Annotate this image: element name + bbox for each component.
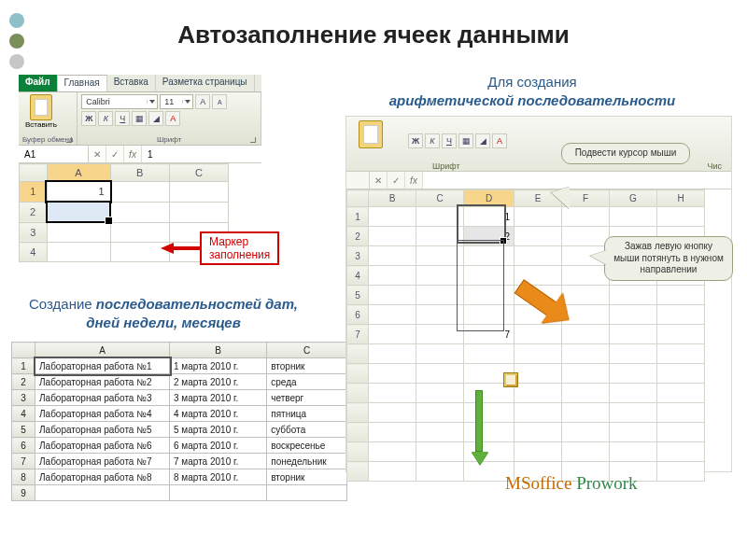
cell[interactable]: [657, 403, 705, 423]
cell[interactable]: пятница: [267, 406, 347, 422]
cell[interactable]: среда: [267, 374, 347, 390]
cell[interactable]: [562, 325, 610, 344]
cell[interactable]: [514, 384, 562, 403]
row-header[interactable]: 3: [20, 222, 48, 243]
row-header[interactable]: [347, 442, 369, 462]
paste-button[interactable]: Вставить: [22, 94, 60, 129]
row-header[interactable]: [347, 462, 369, 482]
cell[interactable]: 5 марта 2010 г.: [170, 422, 267, 438]
cell[interactable]: воскресенье: [267, 438, 347, 454]
cell[interactable]: [170, 485, 267, 501]
cell[interactable]: [416, 403, 464, 423]
autofill-options-icon[interactable]: [503, 372, 518, 387]
cell[interactable]: [369, 462, 416, 482]
cell[interactable]: [562, 266, 610, 286]
font-color-button[interactable]: A: [165, 111, 180, 126]
cell[interactable]: [416, 305, 464, 325]
cell[interactable]: [657, 442, 705, 462]
cell[interactable]: [464, 344, 514, 364]
cell[interactable]: вторник: [267, 358, 347, 374]
cell[interactable]: [610, 286, 657, 305]
cell[interactable]: [416, 384, 464, 403]
row-header[interactable]: 4: [20, 243, 48, 262]
cell[interactable]: [657, 364, 705, 384]
cell[interactable]: [369, 207, 416, 227]
cell[interactable]: [369, 286, 416, 305]
cell[interactable]: [464, 246, 514, 266]
font-name-combo[interactable]: Calibri: [81, 94, 158, 109]
cell-A2[interactable]: [47, 202, 110, 222]
cell[interactable]: [416, 364, 464, 384]
cell[interactable]: [47, 243, 110, 262]
cell[interactable]: [514, 423, 562, 442]
col-header[interactable]: A: [35, 343, 170, 358]
italic-button[interactable]: К: [98, 111, 113, 126]
row-header[interactable]: 3: [12, 390, 35, 406]
cell[interactable]: [610, 325, 657, 344]
formula-input[interactable]: [423, 172, 731, 189]
cell[interactable]: [416, 246, 464, 266]
row-header[interactable]: 6: [347, 305, 369, 325]
row-header[interactable]: [347, 344, 369, 364]
cell[interactable]: Лабораторная работа №4: [35, 406, 170, 422]
cell[interactable]: [657, 344, 705, 364]
name-box[interactable]: A1: [19, 146, 89, 162]
cell[interactable]: Лабораторная работа №2: [35, 374, 170, 390]
cell[interactable]: [657, 286, 705, 305]
cell[interactable]: 2 марта 2010 г.: [170, 374, 267, 390]
cell[interactable]: [416, 286, 464, 305]
row-header[interactable]: 6: [12, 438, 35, 454]
row-header[interactable]: [347, 364, 369, 384]
font-color-button[interactable]: A: [492, 133, 507, 148]
underline-button[interactable]: Ч: [115, 111, 130, 126]
row-header[interactable]: 1: [12, 358, 35, 374]
cell[interactable]: [464, 286, 514, 305]
cell[interactable]: [110, 202, 170, 222]
row-header[interactable]: 2: [20, 202, 48, 222]
cell[interactable]: [514, 344, 562, 364]
cell[interactable]: Лабораторная работа №8: [35, 469, 170, 485]
cell[interactable]: понедельник: [267, 454, 347, 469]
cell[interactable]: [657, 423, 705, 442]
cell[interactable]: Лабораторная работа №7: [35, 454, 170, 469]
cell[interactable]: [416, 423, 464, 442]
dates-table[interactable]: A B C 1Лабораторная работа №11 марта 201…: [11, 342, 347, 501]
cell[interactable]: [610, 403, 657, 423]
col-header[interactable]: H: [657, 190, 705, 207]
cell[interactable]: [562, 403, 610, 423]
cell[interactable]: Лабораторная работа №3: [35, 390, 170, 406]
cell[interactable]: [416, 462, 464, 482]
cell[interactable]: [369, 246, 416, 266]
row-header[interactable]: 2: [347, 227, 369, 246]
cell[interactable]: 1 марта 2010 г.: [170, 358, 267, 374]
cell[interactable]: [416, 227, 464, 246]
cell[interactable]: 4 марта 2010 г.: [170, 406, 267, 422]
underline-button[interactable]: Ч: [442, 133, 457, 148]
fill-handle[interactable]: [105, 217, 113, 225]
cell[interactable]: [47, 222, 110, 243]
cell[interactable]: [369, 325, 416, 344]
row-header[interactable]: 5: [347, 286, 369, 305]
cell[interactable]: [610, 344, 657, 364]
row-header[interactable]: 7: [12, 454, 35, 469]
cell[interactable]: [416, 344, 464, 364]
cell[interactable]: Лабораторная работа №6: [35, 438, 170, 454]
row-header[interactable]: 4: [12, 406, 35, 422]
cell[interactable]: вторник: [267, 469, 347, 485]
cell[interactable]: [610, 305, 657, 325]
row-header[interactable]: 8: [12, 469, 35, 485]
cell[interactable]: [369, 227, 416, 246]
font-size-combo[interactable]: 11: [160, 94, 193, 109]
cell[interactable]: [562, 207, 610, 227]
cell[interactable]: [610, 442, 657, 462]
bold-button[interactable]: Ж: [81, 111, 96, 126]
spreadsheet-grid[interactable]: B C D E F G H 11 22 3 4 5 6 77: [346, 189, 705, 482]
cell[interactable]: [369, 384, 416, 403]
col-header[interactable]: C: [267, 343, 347, 358]
row-header[interactable]: 7: [347, 325, 369, 344]
grow-font-button[interactable]: A: [195, 94, 210, 109]
col-header[interactable]: G: [610, 190, 657, 207]
cell[interactable]: [610, 423, 657, 442]
cell[interactable]: [416, 325, 464, 344]
cell[interactable]: [657, 462, 705, 482]
